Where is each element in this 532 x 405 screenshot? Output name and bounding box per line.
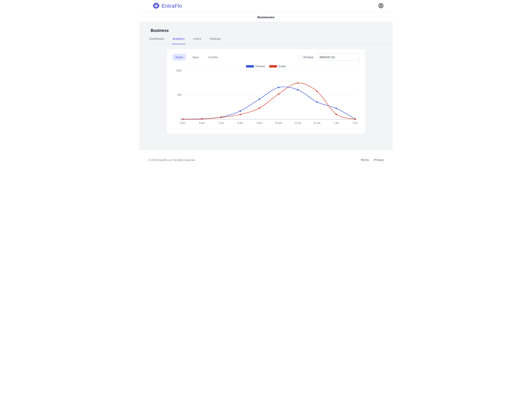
svg-point-35	[201, 118, 203, 120]
chart: Entered Exited 050010005 pm6 pm7 pm8 pm9…	[175, 65, 357, 126]
svg-text:12 am: 12 am	[313, 122, 320, 124]
tab-analytics[interactable]: Analytics	[172, 35, 185, 44]
brand-logo-icon: E	[152, 2, 160, 10]
date-input[interactable]	[317, 54, 359, 61]
user-circle-icon	[378, 3, 384, 9]
svg-text:500: 500	[178, 94, 181, 96]
chart-svg: 050010005 pm6 pm7 pm8 pm9 pm10 pm11 pm12…	[175, 68, 357, 125]
content-area: Business Dashboard Analytics Users Setti…	[139, 22, 393, 150]
topbar: E EntraFlo	[139, 0, 393, 12]
twenty-four-hour-label: 24 hour	[303, 55, 313, 59]
svg-point-38	[259, 107, 260, 109]
svg-text:1000: 1000	[176, 69, 181, 72]
svg-text:11 pm: 11 pm	[294, 122, 301, 124]
footer-link-terms[interactable]: Terms	[361, 158, 369, 162]
tabs: Dashboard Analytics Users Settings	[149, 35, 393, 44]
right-controls: 24 hour	[298, 54, 359, 61]
nav-link-businesses[interactable]: Businesses	[257, 15, 274, 19]
svg-point-40	[297, 82, 298, 84]
svg-point-6	[380, 4, 382, 6]
range-tabs: hours days months	[173, 54, 221, 61]
tab-users[interactable]: Users	[193, 35, 201, 44]
user-menu-button[interactable]	[378, 3, 384, 9]
legend-label-entered: Entered	[256, 65, 265, 68]
tab-settings[interactable]: Settings	[209, 35, 221, 44]
twenty-four-hour-toggle[interactable]: 24 hour	[298, 55, 313, 59]
legend-entered: Entered	[246, 65, 265, 68]
svg-point-28	[259, 98, 260, 100]
footer: © 2023 EntraFlo LLC All rights reserved.…	[139, 150, 393, 170]
svg-point-34	[182, 119, 184, 120]
checkbox-icon	[298, 56, 302, 59]
svg-point-41	[316, 91, 318, 92]
legend-exited: Exited	[269, 65, 286, 68]
svg-text:5 pm: 5 pm	[180, 122, 186, 124]
svg-point-39	[278, 93, 279, 95]
svg-text:6 pm: 6 pm	[199, 122, 205, 124]
svg-point-32	[335, 108, 337, 109]
svg-text:2 am: 2 am	[353, 122, 357, 124]
svg-point-36	[220, 117, 222, 118]
svg-point-37	[240, 114, 241, 115]
svg-point-42	[335, 114, 337, 115]
primary-nav: Businesses	[139, 12, 393, 22]
svg-point-31	[316, 101, 318, 103]
svg-text:E: E	[155, 4, 157, 7]
svg-text:10 pm: 10 pm	[275, 122, 282, 124]
svg-point-27	[240, 110, 241, 112]
brand-name: EntraFlo	[162, 3, 182, 9]
svg-text:0: 0	[180, 118, 181, 121]
chart-legend: Entered Exited	[175, 65, 357, 68]
legend-swatch-icon	[246, 65, 254, 68]
tab-dashboard[interactable]: Dashboard	[149, 35, 164, 44]
legend-label-exited: Exited	[279, 65, 286, 68]
svg-text:1 am: 1 am	[333, 122, 339, 124]
range-tab-months[interactable]: months	[205, 54, 221, 61]
svg-point-30	[297, 89, 298, 90]
svg-point-29	[278, 87, 279, 88]
brand[interactable]: E EntraFlo	[152, 2, 182, 10]
analytics-card: hours days months 24 hour Entered	[167, 49, 365, 134]
card-controls: hours days months 24 hour	[173, 54, 359, 61]
page-title: Business	[151, 28, 393, 33]
footer-link-privacy[interactable]: Privacy	[374, 158, 384, 162]
svg-text:8 pm: 8 pm	[238, 122, 243, 124]
legend-swatch-icon	[269, 65, 277, 68]
range-tab-days[interactable]: days	[190, 54, 202, 61]
range-tab-hours[interactable]: hours	[173, 54, 186, 61]
footer-copyright: © 2023 EntraFlo LLC All rights reserved.	[148, 158, 195, 162]
svg-text:9 pm: 9 pm	[257, 122, 262, 124]
footer-links: Terms Privacy	[357, 158, 384, 162]
svg-point-43	[355, 119, 356, 120]
svg-text:7 pm: 7 pm	[219, 122, 224, 124]
